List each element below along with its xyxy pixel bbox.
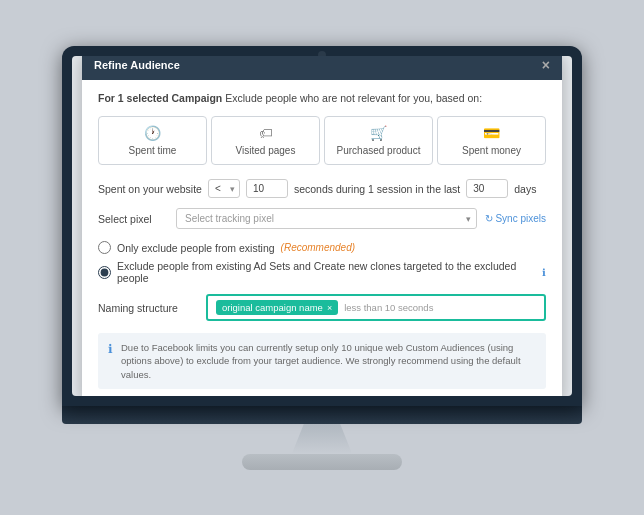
spent-label: Spent on your website (98, 183, 202, 195)
tab-spent-money[interactable]: 💳 Spent money (437, 116, 546, 165)
radio-only-exclude-label: Only exclude people from existing (117, 242, 275, 254)
pixel-row: Select pixel Select tracking pixel ↻ Syn… (98, 208, 546, 229)
radio-exclude-create-label: Exclude people from existing Ad Sets and… (117, 260, 534, 284)
tab-purchased-product[interactable]: 🛒 Purchased product (324, 116, 433, 165)
dialog-header: Refine Audience × (82, 56, 562, 81)
pixel-label: Select pixel (98, 213, 168, 225)
radio-exclude-create[interactable]: Exclude people from existing Ad Sets and… (98, 260, 546, 284)
tab-spent-time-label: Spent time (129, 145, 177, 156)
middle-text: seconds during 1 session in the last (294, 183, 460, 195)
monitor-base (242, 454, 402, 470)
operator-select[interactable]: < > = (208, 179, 240, 198)
pixel-select[interactable]: Select tracking pixel (176, 208, 477, 229)
dialog-subtitle: For 1 selected Campaign Exclude people w… (98, 92, 546, 104)
seconds-input[interactable] (246, 179, 288, 198)
days-text: days (514, 183, 536, 195)
sync-pixels-link[interactable]: ↻ Sync pixels (485, 213, 546, 224)
days-input[interactable] (466, 179, 508, 198)
monitor-neck (292, 424, 352, 454)
exclude-create-info-icon: ℹ (542, 267, 546, 278)
dialog-close-button[interactable]: × (542, 58, 550, 72)
info-box: ℹ Due to Facebook limits you can current… (98, 333, 546, 389)
pixel-select-wrap: Select tracking pixel (176, 208, 477, 229)
dialog-body: For 1 selected Campaign Exclude people w… (82, 80, 562, 395)
tabs-container: 🕐 Spent time 🏷 Visited pages 🛒 Purchased… (98, 116, 546, 165)
info-box-text: Due to Facebook limits you can currently… (121, 341, 536, 381)
naming-label: Naming structure (98, 302, 198, 314)
visited-pages-icon: 🏷 (259, 125, 273, 141)
dialog-title: Refine Audience (94, 59, 180, 71)
naming-placeholder: less than 10 seconds (344, 302, 433, 313)
tab-visited-pages-label: Visited pages (236, 145, 296, 156)
subtitle-rest: Exclude people who are not relevant for … (222, 92, 482, 104)
subtitle-campaign: For 1 selected Campaign (98, 92, 222, 104)
monitor-screen: Refine Audience × For 1 selected Campaig… (62, 46, 582, 406)
naming-tag-text: original campaign name (222, 302, 323, 313)
recommended-label: (Recommended) (281, 242, 355, 253)
info-box-icon: ℹ (108, 342, 113, 356)
monitor-wrapper: Refine Audience × For 1 selected Campaig… (62, 46, 582, 470)
naming-row: Naming structure original campaign name … (98, 294, 546, 321)
tab-spent-time[interactable]: 🕐 Spent time (98, 116, 207, 165)
radio-only-exclude-input[interactable] (98, 241, 111, 254)
naming-input-box[interactable]: original campaign name × less than 10 se… (206, 294, 546, 321)
spent-time-icon: 🕐 (144, 125, 161, 141)
tab-visited-pages[interactable]: 🏷 Visited pages (211, 116, 320, 165)
radio-options: Only exclude people from existing (Recom… (98, 241, 546, 284)
monitor-bezel-bottom (62, 406, 582, 424)
naming-tag-close-button[interactable]: × (327, 303, 332, 313)
spent-money-icon: 💳 (483, 125, 500, 141)
naming-tag: original campaign name × (216, 300, 338, 315)
spent-row: Spent on your website < > = seconds duri… (98, 179, 546, 198)
radio-exclude-create-input[interactable] (98, 266, 111, 279)
operator-select-wrap: < > = (208, 179, 240, 198)
tab-purchased-product-label: Purchased product (337, 145, 421, 156)
screen-inner: Refine Audience × For 1 selected Campaig… (72, 56, 572, 396)
radio-only-exclude[interactable]: Only exclude people from existing (Recom… (98, 241, 546, 254)
dialog: Refine Audience × For 1 selected Campaig… (82, 56, 562, 396)
tab-spent-money-label: Spent money (462, 145, 521, 156)
purchased-product-icon: 🛒 (370, 125, 387, 141)
